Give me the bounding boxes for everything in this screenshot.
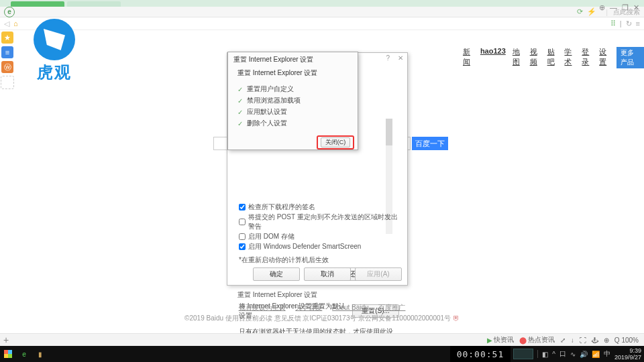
- tray-icon[interactable]: ◧: [542, 351, 548, 358]
- reset-section-label: 重置 Internet Explorer 设置: [237, 290, 399, 300]
- reset-item: ✓重置用户自定义: [237, 84, 348, 94]
- page-logo: 虎观: [28, 19, 80, 83]
- reset-item: ✓应用默认设置: [237, 107, 348, 117]
- windows-icon: [4, 350, 12, 358]
- nav-login[interactable]: 登录: [582, 47, 592, 68]
- footer-link[interactable]: 把百度设为主页: [239, 304, 286, 311]
- tray-up-icon[interactable]: ^: [552, 351, 555, 358]
- browser-tab-active[interactable]: [11, 1, 64, 7]
- page-footer: 把百度设为主页 关于百度 About Baidu 百度推广 ©2019 Baid…: [0, 303, 644, 323]
- network-icon[interactable]: 📶: [592, 351, 600, 358]
- status-icon[interactable]: ⤢: [560, 337, 566, 344]
- new-tab-button[interactable]: +: [0, 335, 12, 345]
- check-icon: ✓: [237, 97, 243, 105]
- volume-icon[interactable]: 🔊: [580, 351, 588, 358]
- reload-icon[interactable]: ↻: [626, 19, 632, 28]
- restart-note: *在重新启动你的计算机后生效: [239, 255, 399, 265]
- restore-icon[interactable]: ❐: [621, 3, 629, 12]
- reset-dialog-heading: 重置 Internet Explorer 设置: [228, 52, 358, 67]
- minimize-icon[interactable]: —: [610, 3, 617, 12]
- toolbar: ◁ ⌂ ⠿ | ↻ ≡: [0, 17, 644, 30]
- home-icon[interactable]: ⌂: [13, 19, 18, 27]
- menu-icon[interactable]: ≡: [636, 19, 640, 27]
- cancel-button[interactable]: 取消: [304, 267, 351, 281]
- check-row[interactable]: 将提交的 POST 重定向到不允许发送的区域时发出警告: [239, 213, 399, 231]
- ime-icon[interactable]: 中: [604, 349, 610, 359]
- browser-tab[interactable]: [67, 1, 121, 7]
- sidebar-weibo-icon[interactable]: ⓦ: [1, 61, 13, 73]
- reset-item: ✓删除个人设置: [237, 119, 348, 128]
- sidebar-add-icon[interactable]: [1, 76, 14, 89]
- nav-more[interactable]: 更多产品: [616, 47, 644, 68]
- taskbar: e ▮ 00:00:51 ◧ ^ 口 ∿ 🔊 📶 中 9:392019/9/27: [0, 346, 644, 362]
- recorder-timer: 00:00:51: [450, 346, 511, 362]
- logo-icon: [34, 19, 75, 60]
- sidebar-doc-icon[interactable]: ≡: [1, 46, 13, 58]
- copyright: ©2019 Baidu 使用百度前必读 意见反馈 京ICP证030173号 京公…: [0, 314, 644, 323]
- system-tray: ◧ ^ 口 ∿ 🔊 📶 中: [533, 349, 614, 359]
- nav-hao123[interactable]: hao123: [480, 47, 506, 68]
- bolt-icon[interactable]: ⚡: [587, 7, 596, 16]
- close-button[interactable]: 关闭(C): [321, 137, 350, 147]
- check-icon: ✓: [237, 120, 243, 127]
- hot-info[interactable]: ⬤热点资讯: [519, 335, 555, 345]
- ext-icon[interactable]: ⠿: [610, 19, 616, 28]
- tray-icon[interactable]: ∿: [570, 351, 576, 358]
- footer-link[interactable]: About Baidu: [332, 304, 369, 311]
- zoom-level[interactable]: Q 100%: [614, 337, 639, 344]
- reset-item: ✓禁用浏览器加载项: [237, 96, 348, 105]
- task-browser-icon[interactable]: e: [16, 346, 32, 362]
- game-icon[interactable]: 🕹: [592, 337, 598, 344]
- footer-link[interactable]: 关于百度: [295, 304, 322, 311]
- help-icon[interactable]: ?: [386, 54, 390, 62]
- reset-dialog-sub: 重置 Internet Explorer 设置: [228, 67, 358, 79]
- refresh-icon[interactable]: ⟳: [577, 7, 583, 16]
- nav-map[interactable]: 地图: [513, 47, 523, 68]
- logo-text: 虎观: [28, 62, 80, 83]
- quick-info[interactable]: ▶快资讯: [487, 335, 514, 345]
- fullscreen-icon[interactable]: ⛶: [580, 337, 586, 344]
- footer-link[interactable]: 百度推广: [378, 304, 405, 311]
- dialog-close-icon[interactable]: ✕: [398, 54, 403, 62]
- tray-icon[interactable]: 口: [559, 349, 566, 359]
- status-bar: + ▶快资讯 ⬤热点资讯 ⤢ ↓ ⛶ 🕹 ⊕ Q 100%: [0, 333, 644, 346]
- apply-button[interactable]: 应用(A): [355, 267, 402, 281]
- nav-settings[interactable]: 设置: [599, 47, 610, 68]
- top-nav: 新闻 hao123 地图 视频 贴吧 学术 登录 设置 更多产品: [463, 47, 644, 68]
- search-button[interactable]: 百度一下: [412, 137, 448, 150]
- taskbar-clock[interactable]: 9:392019/9/27: [614, 347, 644, 361]
- pin-icon[interactable]: ⊕: [598, 3, 606, 12]
- ok-button[interactable]: 确定: [253, 267, 300, 281]
- nav-tieba[interactable]: 贴吧: [547, 47, 558, 68]
- check-row[interactable]: 启用 DOM 存储: [239, 232, 399, 241]
- address-bar: e ⟳ ⚡ | 点此搜索: [0, 7, 644, 17]
- check-icon: ✓: [237, 109, 243, 116]
- nav-xueshu[interactable]: 学术: [564, 47, 575, 68]
- divider: |: [620, 19, 622, 27]
- nav-news[interactable]: 新闻: [463, 47, 474, 68]
- highlighted-close-button: 关闭(C): [317, 135, 354, 149]
- window-controls: ⊕ — ❐ ✕: [598, 3, 640, 12]
- start-button[interactable]: [0, 346, 16, 362]
- browser-logo-icon: e: [4, 7, 15, 17]
- check-row[interactable]: 检查所下载程序的签名: [239, 202, 399, 212]
- check-row[interactable]: 启用 Windows Defender SmartScreen: [239, 242, 399, 251]
- download-icon[interactable]: ↓: [571, 337, 574, 344]
- check-icon: ✓: [237, 86, 243, 93]
- recorder-thumb[interactable]: [513, 349, 533, 359]
- sidebar: ★ ≡ ⓦ: [0, 29, 15, 92]
- task-explorer-icon[interactable]: ▮: [32, 346, 48, 362]
- add-icon[interactable]: ⊕: [604, 337, 609, 344]
- close-icon[interactable]: ✕: [633, 3, 640, 12]
- back-icon[interactable]: ◁: [4, 19, 9, 28]
- sidebar-fav-icon[interactable]: ★: [1, 32, 13, 44]
- tab-strip: ⊕ — ❐ ✕: [0, 0, 644, 7]
- nav-video[interactable]: 视频: [530, 47, 541, 68]
